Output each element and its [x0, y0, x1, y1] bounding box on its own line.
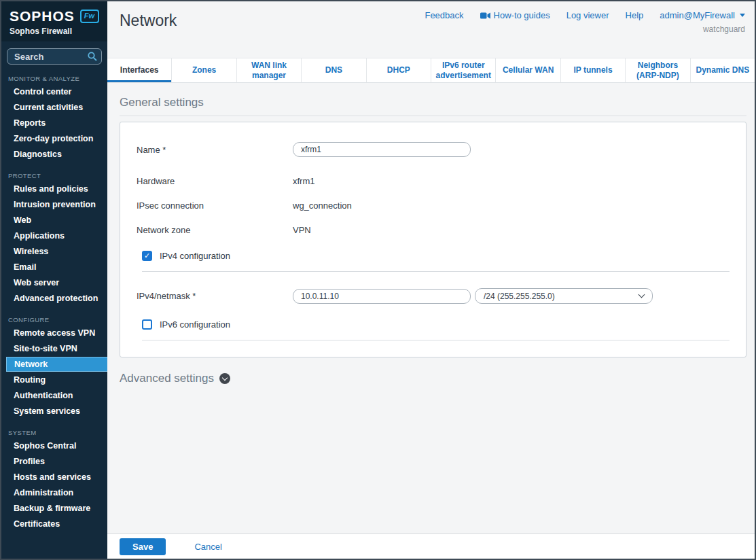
- how-to-guides-link[interactable]: How-to guides: [480, 10, 550, 20]
- ipv6-configuration-label: IPv6 configuration: [160, 319, 230, 330]
- info-row-network-zone: Network zoneVPN: [137, 222, 730, 239]
- ipv4-configuration-label: IPv4 configuration: [160, 251, 230, 261]
- chevron-down-circle-icon[interactable]: [219, 373, 230, 384]
- tab-dns[interactable]: DNS: [302, 58, 366, 82]
- log-viewer-link[interactable]: Log viewer: [566, 10, 609, 20]
- help-link[interactable]: Help: [626, 10, 644, 20]
- sidebar-item-authentication[interactable]: Authentication: [1, 388, 107, 403]
- readonly-info-rows: Hardwarexfrm1IPsec connectionwg_connecti…: [137, 173, 730, 239]
- nav-section-protect: PROTECT: [8, 172, 101, 179]
- sidebar-item-rules-and-policies[interactable]: Rules and policies: [1, 181, 107, 196]
- content: General settings Name * Hardwarexfrm1IPs…: [107, 83, 755, 559]
- tab-strip: InterfacesZonesWAN link managerDNSDHCPIP…: [107, 58, 755, 83]
- sidebar-item-reports[interactable]: Reports: [1, 116, 107, 130]
- sidebar-item-hosts-and-services[interactable]: Hosts and services: [1, 470, 107, 485]
- info-label: IPsec connection: [137, 200, 293, 211]
- sidebar-item-current-activities[interactable]: Current activities: [1, 100, 107, 115]
- tab-dynamic-dns[interactable]: Dynamic DNS: [691, 58, 755, 82]
- name-label: Name *: [137, 145, 293, 155]
- sidebar-item-applications[interactable]: Applications: [1, 228, 107, 243]
- sidebar-item-web-server[interactable]: Web server: [1, 275, 107, 290]
- info-value: xfrm1: [293, 176, 315, 186]
- tab-interfaces[interactable]: Interfaces: [107, 58, 172, 82]
- general-settings-heading: General settings: [120, 96, 746, 116]
- tab-ip-tunnels[interactable]: IP tunnels: [561, 58, 626, 82]
- tab-wan-link-manager[interactable]: WAN link manager: [237, 58, 302, 82]
- info-value: wg_connection: [293, 200, 352, 211]
- fw-badge-icon: Fw: [80, 10, 99, 23]
- chevron-down-icon: [638, 292, 645, 298]
- sidebar-item-profiles[interactable]: Profiles: [1, 454, 107, 469]
- main-area: Network Feedback How-to guides Log viewe…: [107, 1, 755, 559]
- sidebar-item-sophos-central[interactable]: Sophos Central: [1, 438, 107, 453]
- sidebar-item-email[interactable]: Email: [1, 260, 107, 275]
- advanced-settings-heading: Advanced settings: [120, 372, 746, 385]
- sidebar-item-diagnostics[interactable]: Diagnostics: [1, 147, 107, 162]
- account-menu[interactable]: admin@MyFirewall: [660, 10, 745, 20]
- sidebar-item-control-center[interactable]: Control center: [1, 84, 107, 99]
- sidebar-nav: MONITOR & ANALYZEControl centerCurrent a…: [1, 75, 107, 531]
- info-value: VPN: [293, 225, 311, 235]
- sidebar-item-advanced-protection[interactable]: Advanced protection: [1, 291, 107, 306]
- sidebar: SOPHOS Fw Sophos Firewall MONITOR & ANAL…: [1, 1, 107, 559]
- product-name: Sophos Firewall: [10, 27, 101, 36]
- video-camera-icon: [480, 12, 490, 19]
- sidebar-item-remote-access-vpn[interactable]: Remote access VPN: [1, 326, 107, 340]
- app-window: SOPHOS Fw Sophos Firewall MONITOR & ANAL…: [0, 0, 756, 560]
- topbar: Network Feedback How-to guides Log viewe…: [107, 1, 755, 58]
- sidebar-item-administration[interactable]: Administration: [1, 485, 107, 500]
- nav-section-system: SYSTEM: [8, 429, 101, 436]
- general-settings-card: Name * Hardwarexfrm1IPsec connectionwg_c…: [120, 122, 746, 357]
- search-icon: [88, 52, 97, 61]
- action-footer: Save Cancel: [107, 533, 755, 559]
- tab-dhcp[interactable]: DHCP: [367, 58, 431, 82]
- caret-down-icon: [740, 14, 745, 17]
- sidebar-item-certificates[interactable]: Certificates: [1, 517, 107, 531]
- tab-cellular-wan[interactable]: Cellular WAN: [496, 58, 560, 82]
- info-row-hardware: Hardwarexfrm1: [137, 173, 730, 190]
- sidebar-item-system-services[interactable]: System services: [1, 404, 107, 419]
- device-label: watchguard: [425, 24, 745, 34]
- ipv4-configuration-checkbox[interactable]: ✓: [142, 251, 152, 261]
- sidebar-item-wireless[interactable]: Wireless: [1, 244, 107, 259]
- ipv4-netmask-label: IPv4/netmask *: [137, 291, 293, 301]
- check-icon: ✓: [144, 252, 150, 260]
- nav-section-configure: CONFIGURE: [8, 316, 101, 323]
- sidebar-item-zero-day-protection[interactable]: Zero-day protection: [1, 131, 107, 146]
- sidebar-item-intrusion-prevention[interactable]: Intrusion prevention: [1, 197, 107, 212]
- feedback-link[interactable]: Feedback: [425, 10, 463, 20]
- tab-ipv6-router-advertisement[interactable]: IPv6 router advertisement: [431, 58, 496, 82]
- netmask-select[interactable]: /24 (255.255.255.0): [475, 288, 653, 304]
- save-button[interactable]: Save: [120, 538, 166, 555]
- name-field[interactable]: [293, 142, 471, 157]
- sidebar-item-web[interactable]: Web: [1, 213, 107, 228]
- sidebar-search: [7, 48, 102, 65]
- tab-neighbors-arp-ndp[interactable]: Neighbors (ARP-NDP): [626, 58, 690, 82]
- sidebar-item-backup-firmware[interactable]: Backup & firmware: [1, 501, 107, 516]
- info-label: Hardware: [137, 176, 293, 186]
- logo-block: SOPHOS Fw Sophos Firewall: [1, 1, 107, 41]
- tab-zones[interactable]: Zones: [172, 58, 236, 82]
- info-row-ipsec-connection: IPsec connectionwg_connection: [137, 197, 730, 214]
- sophos-logo: SOPHOS: [10, 8, 75, 24]
- info-label: Network zone: [137, 225, 293, 235]
- nav-section-monitor-analyze: MONITOR & ANALYZE: [8, 75, 101, 82]
- ipv4-address-field[interactable]: [293, 289, 471, 304]
- sidebar-item-network[interactable]: Network: [6, 357, 107, 372]
- ipv6-configuration-checkbox[interactable]: [142, 319, 152, 330]
- sidebar-item-site-to-site-vpn[interactable]: Site-to-site VPN: [1, 341, 107, 356]
- sidebar-item-routing[interactable]: Routing: [1, 372, 107, 387]
- page-title: Network: [120, 12, 177, 58]
- cancel-button[interactable]: Cancel: [194, 542, 221, 552]
